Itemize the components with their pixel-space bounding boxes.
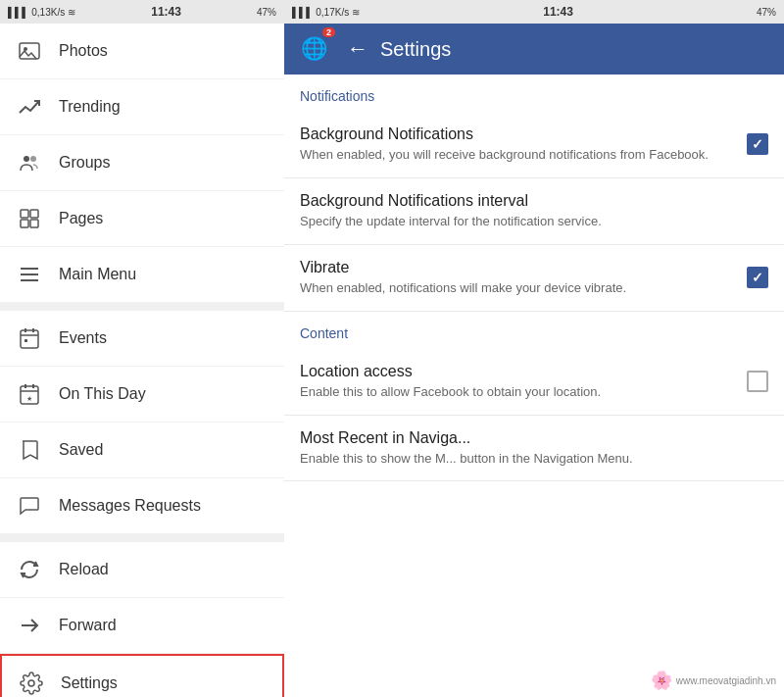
menu-label-messages-requests: Messages Requests (59, 497, 201, 515)
left-panel: ▌▌▌ 0,13K/s ≋ 11:43 47% Photos Trending (0, 0, 284, 697)
menu-item-groups[interactable]: Groups (0, 135, 284, 191)
svg-rect-11 (21, 330, 38, 348)
checkbox-vibrate[interactable] (747, 267, 768, 288)
menu-item-saved[interactable]: Saved (0, 423, 284, 478)
status-bar-left: ▌▌▌ 0,13K/s ≋ 11:43 47% (0, 0, 284, 24)
settings-item-background-notifications[interactable]: Background Notifications When enabled, y… (284, 112, 784, 178)
battery-container-right: 47% (757, 7, 776, 18)
watermark: 🌸 www.meovatgiadinh.vn (651, 670, 776, 691)
forward-icon (16, 612, 43, 639)
menu-item-photos[interactable]: Photos (0, 24, 284, 79)
svg-rect-0 (20, 43, 39, 59)
menu-label-main-menu: Main Menu (59, 266, 136, 283)
section-header-content: Content (284, 312, 784, 349)
checkbox-background-notifications[interactable] (747, 133, 768, 155)
menu-item-pages[interactable]: Pages (0, 191, 284, 247)
svg-rect-7 (30, 220, 38, 227)
item-text-background-interval: Background Notifications interval Specif… (300, 192, 768, 230)
menu-item-main-menu[interactable]: Main Menu (0, 247, 284, 303)
menu-item-forward[interactable]: Forward (0, 598, 284, 654)
back-arrow[interactable]: ← (347, 36, 368, 62)
menu-label-forward: Forward (59, 617, 117, 634)
svg-point-22 (28, 680, 34, 686)
item-title-most-recent: Most Recent in Naviga... (300, 429, 757, 447)
item-desc-background-notifications: When enabled, you will receive backgroun… (300, 147, 735, 164)
item-desc-vibrate: When enabled, notifications will make yo… (300, 280, 735, 297)
menu-label-events: Events (59, 329, 107, 347)
signal-right: ▌▌▌ 0,17K/s ≋ (292, 7, 360, 18)
svg-rect-15 (24, 339, 27, 342)
data-speed-right: 0,17K/s (316, 7, 349, 18)
item-title-vibrate: Vibrate (300, 259, 735, 276)
item-desc-location: Enable this to allow Facebook to obtain … (300, 384, 735, 401)
trending-icon (16, 93, 43, 121)
settings-item-vibrate[interactable]: Vibrate When enabled, notifications will… (284, 245, 784, 312)
menu-list: Photos Trending Groups Pages Main Menu (0, 24, 284, 697)
groups-icon (16, 149, 43, 176)
settings-item-location[interactable]: Location access Enable this to allow Fac… (284, 349, 784, 416)
time-right: 11:43 (543, 5, 573, 19)
menu-item-reload[interactable]: Reload (0, 542, 284, 598)
checkbox-location[interactable] (747, 371, 768, 392)
menu-divider-2 (0, 534, 284, 542)
item-title-location: Location access (300, 363, 735, 380)
item-desc-most-recent: Enable this to show the M... button in t… (300, 451, 757, 468)
data-speed-left: 0,13K/s (31, 7, 65, 18)
photo-icon (16, 37, 43, 65)
svg-rect-6 (21, 220, 28, 227)
events-icon (16, 324, 43, 352)
svg-text:★: ★ (26, 395, 32, 402)
right-icons-left: 47% (257, 7, 276, 18)
menu-item-on-this-day[interactable]: ★ On This Day (0, 367, 284, 423)
time-left: 11:43 (151, 5, 181, 19)
menu-label-groups: Groups (59, 154, 110, 172)
settings-item-most-recent[interactable]: Most Recent in Naviga... Enable this to … (284, 416, 784, 482)
battery-left: 47% (257, 7, 276, 18)
status-bar-right: ▌▌▌ 0,17K/s ≋ 11:43 47% (284, 0, 784, 24)
menu-label-on-this-day: On This Day (59, 385, 146, 403)
reload-icon (16, 556, 43, 583)
watermark-icon: 🌸 (651, 670, 672, 691)
on-this-day-icon: ★ (16, 380, 43, 408)
globe-icon: 🌐 (301, 36, 327, 62)
item-title-background-interval: Background Notifications interval (300, 192, 757, 210)
wifi-right: ≋ (352, 7, 360, 18)
menu-label-photos: Photos (59, 42, 108, 60)
globe-notification-container: 🌐 2 (296, 31, 331, 67)
pages-icon (16, 205, 43, 232)
menu-item-trending[interactable]: Trending (0, 79, 284, 135)
signal-bars-left: ▌▌▌ (8, 7, 28, 18)
item-text-vibrate: Vibrate When enabled, notifications will… (300, 259, 747, 297)
svg-point-3 (30, 156, 36, 162)
settings-item-background-interval[interactable]: Background Notifications interval Specif… (284, 178, 784, 245)
settings-icon (18, 670, 45, 697)
menu-label-settings: Settings (61, 674, 118, 692)
messages-icon (16, 492, 43, 520)
svg-point-2 (24, 156, 29, 162)
menu-item-settings[interactable]: Settings (0, 654, 284, 697)
item-text-background-notifications: Background Notifications When enabled, y… (300, 125, 747, 164)
main-menu-icon (16, 261, 43, 288)
battery-right: 47% (757, 7, 776, 18)
section-header-notifications: Notifications (284, 75, 784, 112)
settings-content: Notifications Background Notifications W… (284, 75, 784, 697)
toolbar: 🌐 2 ← Settings (284, 24, 784, 75)
svg-rect-5 (30, 210, 38, 218)
menu-divider-1 (0, 303, 284, 311)
watermark-text: www.meovatgiadinh.vn (676, 675, 776, 686)
menu-item-messages-requests[interactable]: Messages Requests (0, 478, 284, 534)
item-text-most-recent: Most Recent in Naviga... Enable this to … (300, 429, 768, 468)
notification-badge: 2 (322, 27, 335, 37)
svg-rect-4 (21, 210, 28, 218)
item-desc-background-interval: Specify the update interval for the noti… (300, 214, 757, 230)
signal-bars-right: ▌▌▌ (292, 7, 313, 18)
menu-item-events[interactable]: Events (0, 311, 284, 367)
menu-label-pages: Pages (59, 210, 103, 227)
toolbar-title: Settings (380, 38, 451, 61)
item-text-location: Location access Enable this to allow Fac… (300, 363, 747, 401)
menu-label-saved: Saved (59, 441, 103, 459)
signal-left: ▌▌▌ 0,13K/s ≋ (8, 7, 75, 18)
menu-label-reload: Reload (59, 561, 109, 578)
menu-label-trending: Trending (59, 98, 121, 116)
saved-icon (16, 436, 43, 464)
